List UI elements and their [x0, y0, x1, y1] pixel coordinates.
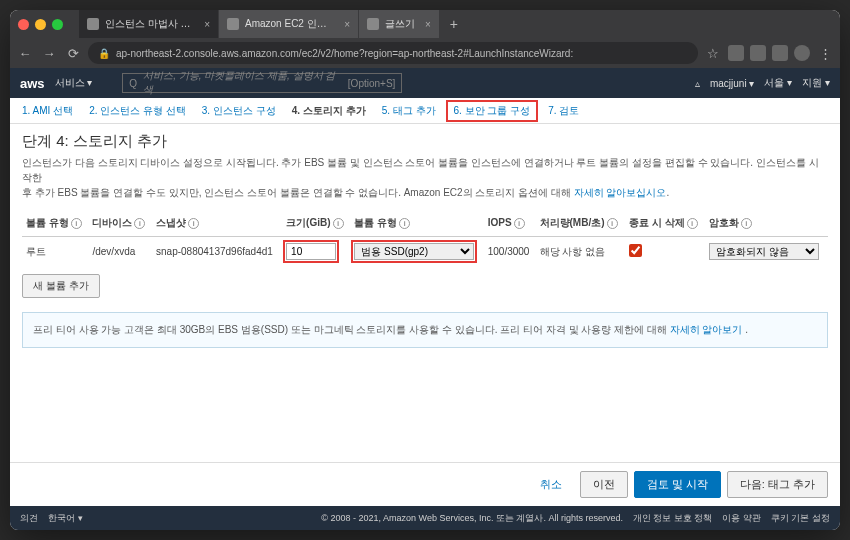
info-icon[interactable]: i [687, 218, 698, 229]
cell-throughput: 해당 사항 없음 [536, 237, 626, 267]
terms-link[interactable]: 이용 약관 [722, 512, 761, 525]
free-tier-notice: 프리 티어 사용 가능 고객은 최대 30GB의 EBS 범용(SSD) 또는 … [22, 312, 828, 348]
close-icon[interactable]: × [425, 19, 431, 30]
copyright: © 2008 - 2021, Amazon Web Services, Inc.… [321, 512, 623, 525]
cookie-link[interactable]: 쿠키 기본 설정 [771, 512, 830, 525]
browser-tab[interactable]: Amazon EC2 인스턴스 유형 – A... × [219, 10, 359, 38]
browser-tab[interactable]: 인스턴스 마법사 시작 | EC2 Mana... × [79, 10, 219, 38]
size-input[interactable] [286, 243, 336, 260]
step-review[interactable]: 7. 검토 [542, 104, 585, 118]
step-security-group[interactable]: 6. 보안 그룹 구성 [446, 100, 539, 122]
new-tab-button[interactable]: + [440, 10, 468, 38]
volume-type-select[interactable]: 범용 SSD(gp2) [354, 243, 474, 260]
tab-label: Amazon EC2 인스턴스 유형 – A... [245, 17, 334, 31]
tab-label: 글쓰기 [385, 17, 415, 31]
traffic-light-close[interactable] [18, 19, 29, 30]
col-iops: IOPSi [484, 210, 536, 237]
cell-voltype: 루트 [22, 237, 88, 267]
extension-icon[interactable] [750, 45, 766, 61]
search-shortcut: [Option+S] [348, 78, 396, 89]
search-icon: Q [129, 78, 137, 89]
cell-iops: 100/3000 [484, 237, 536, 267]
close-icon[interactable]: × [344, 19, 350, 30]
address-bar[interactable]: 🔒 ap-northeast-2.console.aws.amazon.com/… [88, 42, 698, 64]
reload-icon[interactable]: ⟳ [64, 46, 82, 61]
col-encrypt: 암호화i [705, 210, 828, 237]
extension-icon[interactable] [772, 45, 788, 61]
review-launch-button[interactable]: 검토 및 시작 [634, 471, 721, 498]
step-tags[interactable]: 5. 태그 추가 [376, 104, 442, 118]
col-size: 크기(GiB)i [282, 210, 350, 237]
language-menu[interactable]: 한국어 ▾ [48, 512, 83, 525]
cancel-button[interactable]: 취소 [528, 471, 574, 498]
page-description: 인스턴스가 다음 스토리지 디바이스 설정으로 시작됩니다. 추가 EBS 볼륨… [22, 155, 828, 200]
menu-icon[interactable]: ⋮ [816, 46, 834, 61]
services-menu[interactable]: 서비스 ▾ [55, 76, 93, 90]
account-menu[interactable]: macjjuni ▾ [710, 78, 754, 89]
info-icon[interactable]: i [71, 218, 82, 229]
info-icon[interactable]: i [399, 218, 410, 229]
search-placeholder: 서비스, 기능, 마켓플레이스 제품, 설명서 검색 [143, 69, 342, 97]
aws-search[interactable]: Q 서비스, 기능, 마켓플레이스 제품, 설명서 검색 [Option+S] [122, 73, 402, 93]
cell-device: /dev/xvda [88, 237, 152, 267]
favicon-icon [227, 18, 239, 30]
delete-on-terminate-checkbox[interactable] [629, 244, 642, 257]
avatar-icon[interactable] [794, 45, 810, 61]
step-storage[interactable]: 4. 스토리지 추가 [286, 104, 372, 118]
info-icon[interactable]: i [741, 218, 752, 229]
forward-icon[interactable]: → [40, 46, 58, 61]
col-delete: 종료 시 삭제i [625, 210, 705, 237]
back-icon[interactable]: ← [16, 46, 34, 61]
aws-logo[interactable]: aws [20, 76, 45, 91]
url-text: ap-northeast-2.console.aws.amazon.com/ec… [116, 48, 573, 59]
table-row: 루트 /dev/xvda snap-08804137d96fad4d1 범용 S… [22, 237, 828, 267]
info-icon[interactable]: i [607, 218, 618, 229]
info-icon[interactable]: i [514, 218, 525, 229]
page-title: 단계 4: 스토리지 추가 [22, 132, 828, 151]
traffic-light-min[interactable] [35, 19, 46, 30]
step-instance-type[interactable]: 2. 인스턴스 유형 선택 [83, 104, 192, 118]
storage-table: 볼륨 유형i 디바이스i 스냅샷i 크기(GiB)i 볼륨 유형i IOPSi … [22, 210, 828, 266]
info-icon[interactable]: i [333, 218, 344, 229]
col-device: 디바이스i [88, 210, 152, 237]
col-throughput: 처리량(MB/초)i [536, 210, 626, 237]
encryption-select[interactable]: 암호화되지 않음 [709, 243, 819, 260]
learn-more-link[interactable]: 자세히 알아보십시오 [574, 187, 667, 198]
browser-tab[interactable]: 글쓰기 × [359, 10, 440, 38]
info-icon[interactable]: i [134, 218, 145, 229]
info-icon[interactable]: i [188, 218, 199, 229]
add-volume-button[interactable]: 새 볼륨 추가 [22, 274, 100, 298]
free-tier-link[interactable]: 자세히 알아보기 [670, 324, 743, 335]
prev-button[interactable]: 이전 [580, 471, 628, 498]
favicon-icon [367, 18, 379, 30]
next-button[interactable]: 다음: 태그 추가 [727, 471, 828, 498]
col-volume-type: 볼륨 유형i [22, 210, 88, 237]
close-icon[interactable]: × [204, 19, 210, 30]
extension-icon[interactable] [728, 45, 744, 61]
bell-icon[interactable]: ▵ [695, 78, 700, 89]
privacy-link[interactable]: 개인 정보 보호 정책 [633, 512, 713, 525]
traffic-light-max[interactable] [52, 19, 63, 30]
step-configure[interactable]: 3. 인스턴스 구성 [196, 104, 282, 118]
step-ami[interactable]: 1. AMI 선택 [16, 104, 79, 118]
lock-icon: 🔒 [98, 48, 110, 59]
feedback-link[interactable]: 의견 [20, 512, 38, 525]
support-menu[interactable]: 지원 ▾ [802, 76, 830, 90]
cell-snapshot: snap-08804137d96fad4d1 [152, 237, 282, 267]
col-voltype2: 볼륨 유형i [350, 210, 483, 237]
favicon-icon [87, 18, 99, 30]
region-menu[interactable]: 서울 ▾ [764, 76, 792, 90]
tab-label: 인스턴스 마법사 시작 | EC2 Mana... [105, 17, 194, 31]
star-icon[interactable]: ☆ [704, 46, 722, 61]
col-snapshot: 스냅샷i [152, 210, 282, 237]
